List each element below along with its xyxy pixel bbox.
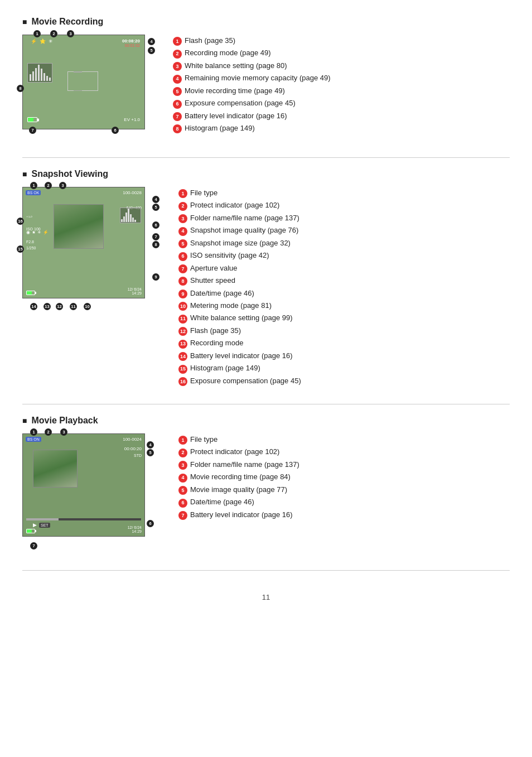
ss-item-1: 1 File type — [178, 187, 301, 199]
playback-heading: Movie Playback — [31, 416, 98, 426]
ann-mr-4: 4 — [148, 38, 155, 45]
ss-item-16: 16 Exposure compensation (page 45) — [178, 375, 301, 387]
ss-num-14: 14 — [178, 352, 187, 361]
ann-ss-1: 1 — [30, 182, 37, 189]
mr-item-5: 5 Movie recording time (page 49) — [173, 85, 331, 97]
ann-mr-2: 2 — [50, 30, 57, 37]
mr-exposure: EV +1.0 — [124, 117, 140, 122]
movie-playback-section: Movie Playback BS ON 100-0024 00:00:20 — [22, 416, 510, 553]
mp-item-5: 5 Movie image quality (page 77) — [178, 484, 299, 495]
mr-num-7: 7 — [173, 112, 182, 121]
mr-num-3: 3 — [173, 62, 182, 71]
ann-mp-4: 4 — [147, 441, 154, 449]
ann-ss-9: 9 — [152, 273, 159, 281]
ss-item-13: 13 Recording mode — [178, 337, 301, 349]
ann-ss-13: 13 — [43, 303, 51, 310]
mp-item-2: 2 Protect indicator (page 102) — [178, 446, 299, 457]
ann-mp-1: 1 — [30, 428, 37, 436]
ann-ss-6: 6 — [152, 221, 159, 229]
snapshot-viewing-items: 1 File type 2 Protect indicator (page 10… — [178, 187, 301, 387]
snapshot-viewing-content: BS OK 100-0028 640×480 — [22, 187, 510, 387]
ss-item-7: 7 Aperture value — [178, 262, 301, 274]
mr-item-1: 1 Flash (page 35) — [173, 35, 331, 46]
ss-tag: BS OK — [26, 190, 41, 195]
snapshot-viewing-title: Snapshot Viewing — [22, 169, 510, 179]
movie-playback-title: Movie Playback — [22, 416, 510, 426]
movie-recording-section: Movie Recording ⚡ ⭐ ✳ 00:08:20 00:01:02 — [22, 17, 510, 141]
ss-num-1: 1 — [178, 189, 187, 198]
mp-item-7: 7 Battery level indicator (page 16) — [178, 509, 299, 520]
mp-item-1: 1 File type — [178, 433, 299, 445]
ss-item-6: 6 ISO sensitivity (page 42) — [178, 249, 301, 261]
movie-recording-items: 1 Flash (page 35) 2 Recording mode (page… — [173, 35, 331, 135]
ss-item-14: 14 Battery level indicator (page 16) — [178, 350, 301, 361]
ann-mr-1: 1 — [33, 30, 41, 37]
divider-bottom — [22, 570, 510, 571]
ss-num-5: 5 — [178, 239, 187, 248]
mp-datetime: 14:29 — [128, 529, 142, 533]
ann-ss-12: 12 — [56, 303, 63, 310]
ss-num-10: 10 — [178, 302, 187, 311]
ann-ss-3: 3 — [59, 182, 66, 189]
ann-ss-15: 15 — [17, 245, 24, 253]
ss-num-15: 15 — [178, 365, 187, 374]
ss-num-6: 6 — [178, 252, 187, 261]
mp-num-3: 3 — [178, 461, 187, 470]
ss-item-5: 5 Snapshot image size (page 32) — [178, 237, 301, 249]
ss-item-10: 10 Metering mode (page 81) — [178, 300, 301, 311]
movie-recording-screen: ⚡ ⭐ ✳ 00:08:20 00:01:02 — [22, 35, 145, 129]
ss-exposure-comp: ⁺¹·⁰ — [26, 215, 32, 220]
ann-mr-3: 3 — [67, 30, 74, 37]
mp-tag: BS ON — [26, 437, 41, 442]
progress-fill — [26, 518, 59, 520]
ss-num-4: 4 — [178, 227, 187, 236]
mr-num-1: 1 — [173, 37, 182, 46]
mr-item-6: 6 Exposure compensation (page 45) — [173, 97, 331, 109]
movie-time1: 00:08:20 — [122, 38, 140, 44]
mr-num-5: 5 — [173, 87, 182, 96]
mp-num-1: 1 — [178, 436, 187, 445]
mp-num-5: 5 — [178, 486, 187, 495]
mp-date: 12/ 6/24 — [128, 525, 142, 529]
ss-histogram — [120, 208, 141, 223]
mp-item-4: 4 Movie recording time (page 84) — [178, 471, 299, 483]
ss-num-12: 12 — [178, 327, 187, 336]
divider-1 — [22, 157, 510, 158]
snapshot-screen-inner: BS OK 100-0028 640×480 — [23, 187, 144, 298]
mp-image — [33, 450, 78, 488]
ss-num-2: 2 — [178, 202, 187, 211]
movie-playback-items: 1 File type 2 Protect indicator (page 10… — [178, 433, 299, 521]
ss-item-8: 8 Shutter speed — [178, 274, 301, 286]
ss-num-8: 8 — [178, 277, 187, 286]
ann-mr-8: 8 — [17, 85, 24, 92]
ann-mp-5: 5 — [147, 449, 154, 456]
ann-mp-3: 3 — [60, 428, 67, 436]
snapshot-heading: Snapshot Viewing — [31, 169, 108, 179]
ann-ss-16: 16 — [17, 218, 24, 225]
histogram-mr — [27, 63, 52, 83]
ss-item-4: 4 Snapshot image quality (page 76) — [178, 224, 301, 236]
movie-recording-screen-inner: ⚡ ⭐ ✳ 00:08:20 00:01:02 — [23, 35, 144, 129]
mp-num-2: 2 — [178, 449, 187, 457]
ann-mr-6: 6 — [112, 127, 119, 134]
ss-date: 12/ 6/24 — [128, 287, 142, 291]
movie-recording-content: ⚡ ⭐ ✳ 00:08:20 00:01:02 — [22, 35, 510, 141]
ss-num-13: 13 — [178, 340, 187, 349]
divider-2 — [22, 404, 510, 404]
ss-item-15: 15 Histogram (page 149) — [178, 362, 301, 374]
ss-item-3: 3 Folder name/file name (page 137) — [178, 212, 301, 224]
section-heading: Movie Recording — [31, 17, 103, 27]
ss-image — [54, 204, 104, 249]
ann-ss-2: 2 — [45, 182, 52, 189]
ss-num-3: 3 — [178, 214, 187, 223]
mr-item-4: 4 Remaining movie memory capacity (page … — [173, 72, 331, 84]
movie-recording-screen-wrapper: ⚡ ⭐ ✳ 00:08:20 00:01:02 — [22, 35, 156, 141]
movie-playback-content: BS ON 100-0024 00:00:20 STD — [22, 433, 510, 553]
mr-num-8: 8 — [173, 124, 182, 133]
ss-num-9: 9 — [178, 290, 187, 298]
ss-item-11: 11 White balance setting (page 99) — [178, 312, 301, 324]
ss-num-11: 11 — [178, 315, 187, 324]
ss-item-12: 12 Flash (page 35) — [178, 325, 301, 336]
snapshot-screen-wrapper: BS OK 100-0028 640×480 — [22, 187, 162, 315]
ann-mr-7: 7 — [29, 127, 36, 134]
